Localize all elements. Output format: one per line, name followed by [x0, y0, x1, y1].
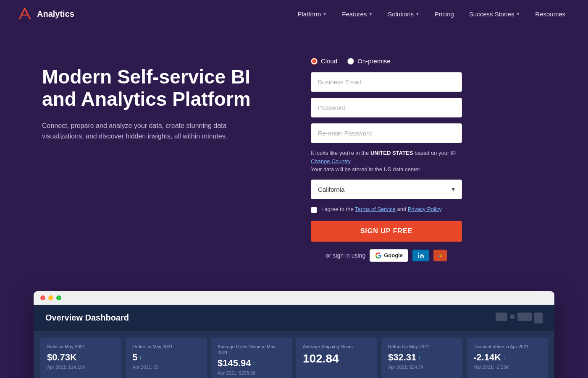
chevron-down-icon: ▼ [368, 12, 373, 16]
dashboard-header: Overview Dashboard [34, 305, 554, 331]
navbar: Analytics Platform ▼ Features ▼ Solution… [0, 0, 588, 28]
dashboard-title: Overview Dashboard [45, 313, 129, 323]
logo-text: Analytics [37, 9, 74, 19]
svg-point-0 [418, 253, 419, 254]
trend-up-icon: ↑ [418, 354, 421, 361]
linkedin-icon [417, 252, 424, 259]
terms-link[interactable]: Terms of Service [355, 206, 396, 212]
dashboard-icon-2 [510, 314, 515, 319]
card-label: Discount Value in Apr 2021 [473, 344, 541, 349]
svg-rect-1 [439, 254, 440, 255]
card-avg-order: Average Order Value in May 2021 $145.94 … [211, 338, 292, 378]
svg-rect-2 [440, 254, 441, 255]
signup-form: Cloud On-premise It looks like you're in… [311, 57, 462, 262]
card-value: $145.94 ↑ [218, 358, 285, 369]
card-sub: Apr 2021: $258.08 [218, 370, 285, 375]
card-sub: Apr 2021: 55 [132, 365, 200, 370]
browser-dot-yellow [48, 295, 53, 300]
state-select[interactable]: California New York Texas Florida Washin… [311, 180, 462, 199]
nav-links: Platform ▼ Features ▼ Solutions ▼ Pricin… [291, 7, 571, 21]
cloud-radio[interactable] [311, 58, 318, 65]
state-select-wrap: California New York Texas Florida Washin… [311, 180, 462, 199]
deployment-radio-group: Cloud On-premise [311, 57, 462, 65]
chevron-down-icon: ▼ [516, 12, 520, 16]
dashboard-icon-4 [534, 313, 543, 323]
card-sales: Sales in May 2021 $0.73K ↑ Apr 2021: $14… [40, 338, 121, 378]
chevron-down-icon: ▼ [323, 12, 327, 16]
trend-up-icon: ↑ [253, 360, 256, 367]
nav-resources[interactable]: Resources [529, 7, 571, 21]
location-info: It looks like you're in the UNITED STATE… [311, 149, 462, 174]
hero-title: Modern Self-service BI and Analytics Pla… [42, 66, 277, 110]
trend-up-icon: ↑ [503, 354, 506, 361]
card-discount: Discount Value in Apr 2021 -2.14K ↑ Mar … [467, 338, 548, 378]
nav-features[interactable]: Features ▼ [336, 7, 378, 21]
cloud-option[interactable]: Cloud [311, 57, 337, 65]
email-field[interactable] [311, 72, 462, 92]
card-shipping: Average Shipping Hours 102.84 [296, 338, 377, 378]
dashboard-icons [496, 313, 543, 323]
nav-pricing[interactable]: Pricing [429, 7, 460, 21]
office-icon [438, 252, 442, 259]
change-country-link[interactable]: Change Country [311, 158, 351, 164]
onpremise-radio[interactable] [347, 58, 354, 65]
card-sub: Mar 2021: -2.33K [473, 365, 541, 370]
card-label: Average Shipping Hours [303, 344, 370, 349]
card-refund: Refund in May 2021 $32.31 ↑ Apr 2021: $2… [381, 338, 462, 378]
nav-platform[interactable]: Platform ▼ [291, 7, 333, 21]
linkedin-signin-button[interactable] [412, 250, 429, 261]
dashboard-cards: Sales in May 2021 $0.73K ↑ Apr 2021: $14… [34, 331, 554, 378]
card-value: $0.73K ↑ [47, 352, 115, 363]
card-value: 102.84 [303, 352, 370, 365]
google-signin-button[interactable]: Google [370, 249, 408, 262]
office-signin-button[interactable] [433, 250, 447, 261]
tos-agreement: I agree to the Terms of Service and Priv… [311, 206, 462, 213]
hero-section: Modern Self-service BI and Analytics Pla… [0, 28, 588, 287]
logo[interactable]: Analytics [17, 6, 74, 22]
signup-button[interactable]: SIGN UP FREE [311, 221, 462, 242]
password-field[interactable] [311, 98, 462, 117]
hero-left: Modern Self-service BI and Analytics Pla… [42, 57, 277, 142]
card-value: $32.31 ↑ [388, 352, 456, 363]
card-label: Orders in May 2021 [132, 344, 200, 349]
card-label: Refund in May 2021 [388, 344, 456, 349]
card-sub: Apr 2021: $24.74 [388, 365, 456, 370]
browser-dot-green [56, 295, 61, 300]
card-sub: Apr 2021: $14.19K [47, 365, 115, 370]
card-label: Average Order Value in May 2021 [218, 344, 285, 356]
onpremise-option[interactable]: On-premise [347, 57, 390, 65]
logo-icon [17, 6, 33, 22]
social-signin: or sign in using Google [311, 249, 462, 262]
browser-dot-red [40, 295, 45, 300]
svg-rect-4 [440, 255, 441, 257]
tos-checkbox[interactable] [311, 207, 317, 213]
dashboard-preview: Overview Dashboard Sales in May 2021 $0.… [34, 291, 554, 378]
google-icon [375, 252, 382, 259]
trend-up-icon: ↑ [139, 354, 142, 361]
svg-rect-3 [439, 255, 440, 257]
reenter-password-field[interactable] [311, 123, 462, 143]
browser-bar [34, 291, 554, 305]
card-orders: Orders in May 2021 5 ↑ Apr 2021: 55 [126, 338, 207, 378]
card-value: 5 ↑ [132, 352, 200, 363]
hero-subtitle: Connect, prepare and analyze your data, … [42, 120, 244, 142]
dashboard-icon-1 [496, 313, 507, 321]
card-label: Sales in May 2021 [47, 344, 115, 349]
trend-up-icon: ↑ [79, 354, 81, 361]
chevron-down-icon: ▼ [415, 12, 420, 16]
nav-solutions[interactable]: Solutions ▼ [382, 7, 425, 21]
nav-success-stories[interactable]: Success Stories ▼ [463, 7, 526, 21]
privacy-link[interactable]: Privacy Policy [408, 206, 441, 212]
card-value: -2.14K ↑ [473, 352, 541, 363]
dashboard-icon-3 [517, 313, 532, 321]
